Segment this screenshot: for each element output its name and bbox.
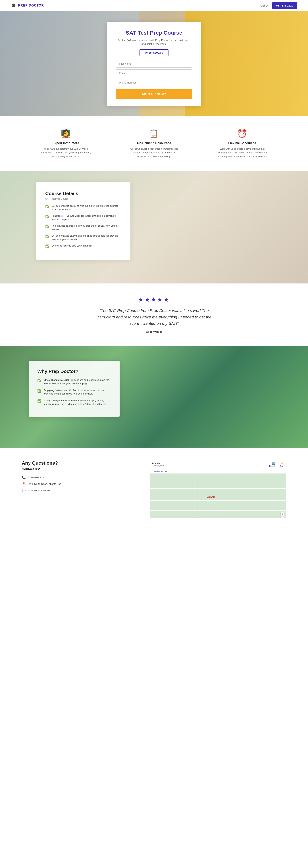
why-card: Why Prep Doctor? ✅ Efficient and strateg… [29, 361, 120, 417]
hero-bg-right [185, 11, 308, 116]
map-city-label: Atlanta [207, 495, 215, 498]
email-input[interactable] [116, 69, 192, 77]
contact-map: Atlanta Georgia, USA ➡️ Directions ⭐ Sav… [150, 460, 286, 518]
course-item-4: ✅ Get personalized study plans and check… [45, 234, 121, 241]
hero-title: SAT Test Prep Course [116, 30, 192, 36]
view-larger-map-link[interactable]: View larger map [152, 469, 169, 473]
header-right: Call Us: 567-876-1229 [260, 2, 297, 9]
why-check-icon-1: ✅ [37, 379, 41, 382]
directions-label: Directions [269, 465, 278, 467]
feature-desc-3: Work with us to create a payment plan th… [217, 147, 268, 158]
feature-on-demand: 📋 On-Demand Resources Get downloadable r… [129, 129, 179, 158]
contact-address-text: 5250 North Road, Atlanta, GA [28, 483, 61, 486]
course-item-3: ✅ Take practice exams to help you prepar… [45, 224, 121, 231]
header: 🎓 PREP DOCTOR Call Us: 567-876-1229 [0, 0, 308, 11]
save-label: Save [280, 465, 284, 467]
phone-button[interactable]: 567-876-1229 [272, 2, 297, 9]
contact-phone: 📞 512-467-8903 [22, 475, 135, 479]
course-card: Course Details SAT Test Prep Course ✅ Ge… [36, 182, 130, 260]
feature-flexible: ⏰ Flexible Schedules Work with us to cre… [217, 129, 268, 158]
why-item-text-2: Engaging Instructors: All of our instruc… [43, 389, 111, 396]
why-item-3: ✅ 7-Day Money-Back Guarantee: If you're … [37, 399, 111, 406]
map-body: Atlanta + − Map data ©2018 Google Terms … [150, 473, 286, 518]
first-name-input[interactable] [116, 60, 192, 68]
road-v-1 [198, 473, 198, 518]
map-controls: + − [280, 512, 284, 518]
map-zoom-in[interactable]: + [280, 512, 284, 516]
logo-icon: 🎓 [11, 3, 16, 8]
why-item-1: ✅ Efficient and strategic: Our sessions … [37, 378, 111, 385]
feature-title-3: Flexible Schedules [217, 141, 268, 145]
phone-icon: 📞 [22, 475, 26, 479]
check-icon-1: ✅ [45, 205, 49, 209]
contact-subtitle: Contact Us: [22, 467, 135, 471]
resources-icon: 📋 [129, 129, 179, 138]
road-h-3 [150, 510, 286, 510]
course-item-text-4: Get personalized study plans and checkli… [52, 234, 121, 241]
road-h-2 [150, 500, 286, 501]
feature-title-2: On-Demand Resources [129, 141, 179, 145]
why-item-text-1: Efficient and strategic: Our sessions an… [43, 378, 111, 385]
check-icon-2: ✅ [45, 214, 49, 218]
why-item-2: ✅ Engaging Instructors: All of our instr… [37, 389, 111, 396]
course-item-text-2: Hundreds of PDF and video resources avai… [52, 214, 121, 221]
location-icon: 📍 [22, 482, 26, 486]
features-section: 🧑‍🏫 Expert Instructors You'll have suppo… [0, 116, 308, 171]
save-map-button[interactable]: ⭐ Save [280, 462, 284, 467]
course-item-text-3: Take practice exams to help you prepare … [52, 224, 121, 231]
feature-title-1: Expert Instructors [40, 141, 91, 145]
contact-phone-number: 512-467-8903 [28, 476, 44, 479]
contact-info: Any Questions? Contact Us: 📞 512-467-890… [22, 460, 135, 495]
contact-hours: 🕐 7:00 AM - 11:30 PM [22, 489, 135, 493]
hero-section: SAT Test Prep Course Get the SAT score y… [0, 11, 308, 116]
map-title-area: Atlanta Georgia, USA [152, 462, 164, 467]
testimonial-section: ★★★★★ "The SAT Prep Course from Prep Doc… [0, 283, 308, 346]
course-title: Course Details [45, 191, 121, 196]
course-item-text-5: Live office hours to give you extra help… [52, 244, 92, 248]
check-icon-5: ✅ [45, 244, 49, 248]
logo-text: PREP DOCTOR [18, 4, 44, 7]
why-title: Why Prep Doctor? [37, 369, 111, 374]
schedule-icon: ⏰ [217, 129, 268, 138]
map-actions: ➡️ Directions ⭐ Save [269, 462, 284, 467]
map-container: Atlanta Georgia, USA ➡️ Directions ⭐ Sav… [150, 460, 286, 518]
why-section: Why Prep Doctor? ✅ Efficient and strateg… [0, 346, 308, 447]
why-check-icon-2: ✅ [37, 389, 41, 393]
course-subtitle: SAT Test Prep Course [45, 197, 121, 200]
map-view-link-container: View larger map [150, 469, 286, 473]
course-details-section: Course Details SAT Test Prep Course ✅ Ge… [0, 171, 308, 283]
feature-expert-instructors: 🧑‍🏫 Expert Instructors You'll have suppo… [40, 129, 91, 158]
map-zoom-out[interactable]: − [280, 517, 284, 518]
star-rating: ★★★★★ [22, 296, 286, 303]
course-item-1: ✅ Get personalized sessions with our exp… [45, 204, 121, 211]
road-v-2 [232, 473, 232, 518]
price-badge: Price: $399.00 [140, 49, 168, 56]
map-title: Atlanta [152, 462, 164, 465]
course-item-text-1: Get personalized sessions with our exper… [52, 204, 121, 211]
instructor-icon: 🧑‍🏫 [40, 129, 91, 138]
contact-address: 📍 5250 North Road, Atlanta, GA [22, 482, 135, 486]
why-check-icon-3: ✅ [37, 399, 41, 403]
why-item-text-3: 7-Day Money-Back Guarantee: If you're un… [43, 399, 111, 406]
contact-section: Any Questions? Contact Us: 📞 512-467-890… [0, 447, 308, 531]
signup-button[interactable]: SIGN UP NOW! [116, 89, 192, 99]
hero-card: SAT Test Prep Course Get the SAT score y… [107, 22, 201, 106]
testimonial-quote: "The SAT Prep Course from Prep Doctor wa… [92, 307, 216, 327]
hero-form [116, 60, 192, 86]
map-header: Atlanta Georgia, USA ➡️ Directions ⭐ Sav… [150, 460, 286, 469]
phone-input[interactable] [116, 79, 192, 86]
feature-desc-1: You'll have support from our SAT Service… [40, 147, 91, 158]
contact-hours-text: 7:00 AM - 11:30 PM [28, 489, 50, 492]
directions-icon: ➡️ [272, 462, 275, 465]
map-subtitle: Georgia, USA [152, 465, 164, 467]
save-icon: ⭐ [280, 462, 283, 465]
directions-button[interactable]: ➡️ Directions [269, 462, 278, 467]
logo: 🎓 PREP DOCTOR [11, 3, 44, 8]
feature-desc-2: Get downloadable resources from former t… [129, 147, 179, 158]
testimonial-author: Alice Walker [22, 330, 286, 333]
hero-background: SAT Test Prep Course Get the SAT score y… [0, 11, 308, 116]
check-icon-4: ✅ [45, 235, 49, 238]
check-icon-3: ✅ [45, 224, 49, 228]
course-item-2: ✅ Hundreds of PDF and video resources av… [45, 214, 121, 221]
call-us-label: Call Us: [260, 4, 269, 7]
